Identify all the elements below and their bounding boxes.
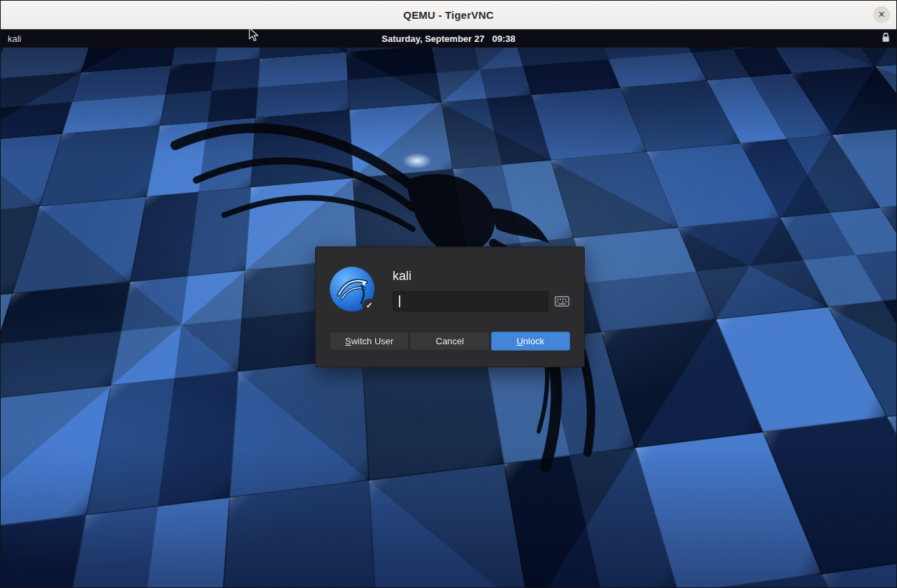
avatar-check-badge-icon: ✓ [363,299,376,312]
unlock-label: Unlock [516,336,544,346]
username-label: kali [393,269,570,284]
vnc-window: QEMU - TigerVNC × kali Saturday, Septemb… [0,0,897,588]
cancel-button[interactable]: Cancel [410,332,489,351]
window-title: QEMU - TigerVNC [403,9,493,21]
unlock-button[interactable]: Unlock [491,332,570,351]
password-input[interactable] [393,292,548,311]
clock-date: Saturday, September 27 [381,34,484,44]
panel-user-menu[interactable]: kali [1,29,29,47]
panel-clock[interactable]: Saturday, September 27 09:38 [381,34,515,44]
keyboard-icon[interactable] [555,296,570,307]
dialog-fields: kali [393,267,570,311]
dialog-buttons: Switch User Cancel Unlock [330,332,570,351]
padlock-icon [882,32,890,45]
unlock-dialog: ✓ kali [315,247,585,367]
user-avatar: ✓ [330,267,374,311]
switch-user-button[interactable]: Switch User [330,332,409,351]
titlebar: QEMU - TigerVNC × [1,1,896,29]
clock-time: 09:38 [492,34,515,44]
password-row [393,291,570,311]
panel-tray [875,32,896,45]
input-caret [399,295,400,307]
dialog-header: ✓ kali [330,267,570,311]
password-field [393,291,548,311]
switch-user-label: Switch User [345,336,393,346]
desktop: ✓ kali [1,47,896,587]
close-button[interactable]: × [873,6,890,23]
cancel-label: Cancel [436,336,464,346]
top-panel: kali Saturday, September 27 09:38 [1,29,896,47]
